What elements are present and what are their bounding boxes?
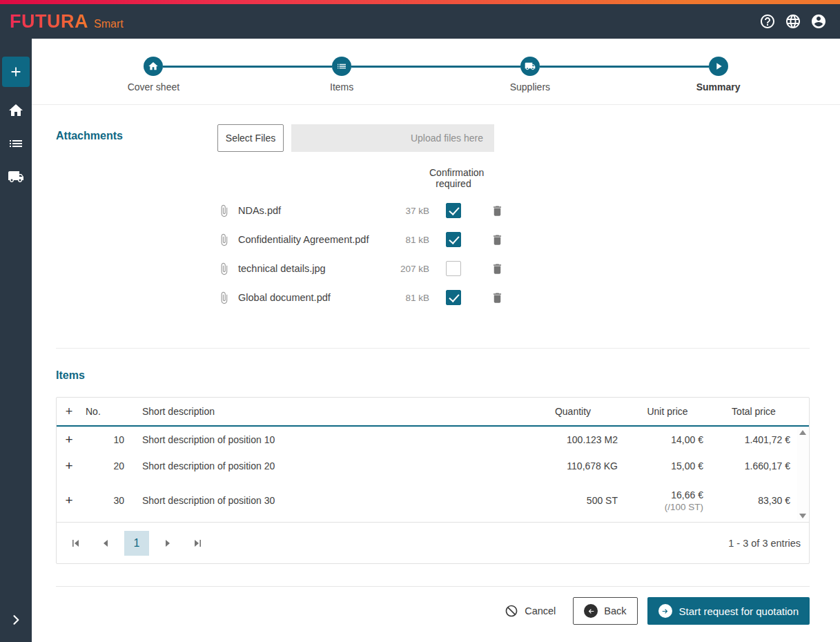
language-button[interactable] <box>784 12 802 30</box>
home-icon <box>8 102 24 119</box>
cell-total-price: 83,30 € <box>710 495 797 506</box>
scroll-down-icon[interactable] <box>799 514 806 518</box>
confirmation-checkbox[interactable] <box>446 203 461 218</box>
trash-icon <box>491 291 504 304</box>
paperclip-icon <box>217 233 238 246</box>
cell-unit-price: 16,66 € <box>671 489 703 500</box>
table-body: + 10 Short description of position 10 10… <box>57 427 809 522</box>
file-name: technical details.jpg <box>238 263 387 274</box>
previous-page-icon <box>101 538 110 548</box>
cell-no: 30 <box>81 495 127 506</box>
sidebar-item-suppliers[interactable] <box>6 168 26 185</box>
globe-icon <box>785 13 801 30</box>
delete-file-button[interactable] <box>478 291 516 304</box>
list-icon <box>8 135 24 152</box>
file-size: 207 kB <box>387 264 429 274</box>
column-header-unit-price: Unit price <box>625 406 710 417</box>
delete-file-button[interactable] <box>478 262 516 275</box>
upload-dropzone[interactable]: Upload files here <box>291 124 494 152</box>
file-name: Confidentiality Agreement.pdf <box>238 234 387 245</box>
column-header-description: Short description <box>127 406 521 417</box>
cell-description: Short description of position 10 <box>127 434 521 445</box>
divider <box>32 104 840 105</box>
app-header: FUTURA Smart <box>0 4 840 39</box>
arrow-left-circle-icon <box>584 604 598 618</box>
file-row: Global document.pdf 81 kB <box>217 283 810 312</box>
expand-row-icon[interactable]: + <box>57 493 81 508</box>
step-circle <box>520 57 540 76</box>
trash-icon <box>491 204 504 217</box>
start-request-for-quotation-button[interactable]: Start request for quotation <box>647 597 810 625</box>
file-row: technical details.jpg 207 kB <box>217 254 810 283</box>
cell-unit-price: 14,00 € <box>671 434 703 445</box>
cell-quantity: 110,678 KG <box>521 460 625 471</box>
confirmation-required-header: Confirmation required <box>429 167 478 189</box>
items-title: Items <box>56 369 810 382</box>
file-size: 81 kB <box>387 235 429 245</box>
table-scrollbar[interactable] <box>797 428 808 521</box>
cancel-button[interactable]: Cancel <box>505 604 556 618</box>
sidebar-item-home[interactable] <box>6 102 26 119</box>
step-label: Items <box>330 81 353 93</box>
select-files-button[interactable]: Select Files <box>217 124 284 152</box>
file-row: NDAs.pdf 37 kB <box>217 196 810 225</box>
account-button[interactable] <box>810 12 828 30</box>
expand-row-icon[interactable]: + <box>57 432 81 447</box>
add-new-button[interactable] <box>2 57 30 87</box>
delete-file-button[interactable] <box>478 204 516 217</box>
attachment-list: NDAs.pdf 37 kB Confidentiality Agreement… <box>217 196 810 312</box>
user-icon <box>810 13 827 30</box>
paperclip-icon <box>217 204 238 217</box>
cell-total-price: 1.660,17 € <box>710 460 797 471</box>
sidebar-item-items[interactable] <box>6 135 26 152</box>
confirmation-checkbox[interactable] <box>446 232 461 247</box>
step-items[interactable]: Items <box>248 57 436 93</box>
expand-all-icon[interactable]: + <box>57 405 81 419</box>
file-row: Confidentiality Agreement.pdf 81 kB <box>217 225 810 254</box>
trash-icon <box>491 233 504 246</box>
step-circle <box>709 57 728 76</box>
wizard-stepper: Cover sheet Items Suppliers Summary <box>32 39 840 93</box>
column-header-total-price: Total price <box>710 406 797 417</box>
help-button[interactable] <box>759 12 776 30</box>
step-circle <box>144 57 163 76</box>
delete-file-button[interactable] <box>478 233 516 246</box>
expand-row-icon[interactable]: + <box>57 458 81 474</box>
column-header-no: No. <box>81 406 127 417</box>
step-cover-sheet[interactable]: Cover sheet <box>59 57 248 93</box>
attachments-title: Attachments <box>56 124 217 312</box>
confirmation-checkbox[interactable] <box>446 261 461 276</box>
step-label: Suppliers <box>510 81 550 93</box>
arrow-right-circle-icon <box>658 604 672 618</box>
next-page-button[interactable] <box>162 538 173 549</box>
table-row: + 10 Short description of position 10 10… <box>57 427 809 453</box>
confirmation-checkbox[interactable] <box>446 290 461 305</box>
last-page-button[interactable] <box>192 538 203 549</box>
table-row: + 20 Short description of position 20 11… <box>57 453 809 479</box>
scroll-up-icon[interactable] <box>799 430 806 435</box>
items-table: + No. Short description Quantity Unit pr… <box>56 397 810 564</box>
list-icon <box>336 61 347 72</box>
previous-page-button[interactable] <box>100 538 111 549</box>
back-button[interactable]: Back <box>573 597 637 625</box>
truck-icon <box>8 168 24 185</box>
sidebar-expand-button[interactable] <box>6 610 26 630</box>
home-icon <box>148 61 159 72</box>
brand-suffix: Smart <box>94 18 124 30</box>
cell-description: Short description of position 30 <box>127 495 521 506</box>
brand-name: FUTURA <box>10 11 88 32</box>
pagination-summary: 1 - 3 of 3 entries <box>728 538 801 549</box>
next-page-icon <box>163 538 173 548</box>
paperclip-icon <box>217 262 238 275</box>
sidebar <box>0 39 32 642</box>
footer-actions: Cancel Back Start request for quotation <box>56 597 810 625</box>
first-page-button[interactable] <box>70 538 81 549</box>
step-suppliers[interactable]: Suppliers <box>436 57 625 93</box>
cell-quantity: 500 ST <box>521 495 625 506</box>
plus-icon <box>8 64 23 79</box>
step-summary[interactable]: Summary <box>624 57 812 93</box>
current-page-button[interactable]: 1 <box>124 531 149 556</box>
attachments-section: Attachments Select Files Upload files he… <box>56 124 810 312</box>
table-row: + 30 Short description of position 30 50… <box>57 479 809 522</box>
app-logo: FUTURA Smart <box>10 11 124 32</box>
